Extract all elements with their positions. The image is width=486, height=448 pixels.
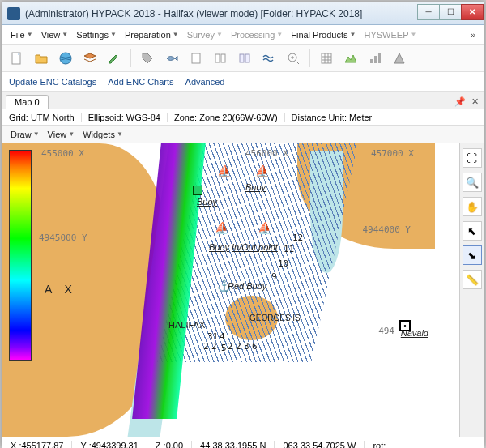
gridlabel-y2: 4944000 Y xyxy=(362,224,411,235)
map-menu-view[interactable]: View▼ xyxy=(45,128,79,141)
tab-map0[interactable]: Map 0 xyxy=(6,95,49,109)
triangle-icon[interactable] xyxy=(390,49,409,68)
minimize-button[interactable]: ─ xyxy=(417,4,440,20)
menu-final-products[interactable]: Final Products▼ xyxy=(288,28,359,41)
menu-settings-label: Settings xyxy=(76,30,109,40)
map-area: 455000 X 456000 X 457000 X 4945000 Y 494… xyxy=(2,143,484,437)
svg-rect-6 xyxy=(245,54,249,62)
sounding-4: 4 xyxy=(220,331,225,342)
map-canvas[interactable]: 455000 X 456000 X 457000 X 4945000 Y 494… xyxy=(2,143,459,437)
gridlabel-x3: 457000 X xyxy=(371,148,414,159)
svg-rect-10 xyxy=(374,56,377,63)
svg-rect-4 xyxy=(221,54,225,62)
menu-overflow-icon[interactable]: » xyxy=(467,30,479,40)
main-toolbar xyxy=(2,45,484,72)
sounding-2: 2 xyxy=(211,341,217,352)
sounding-5: 5 xyxy=(221,343,227,353)
gridlabel-494: 494 xyxy=(378,326,394,336)
menu-file[interactable]: File▼ xyxy=(7,28,36,41)
status-y: Y :4943399.31 xyxy=(72,441,147,449)
status-x: X :455177.87 xyxy=(2,441,72,449)
menu-view[interactable]: View▼ xyxy=(38,28,72,41)
distance-unit-info: Distance Unit: Meter xyxy=(285,113,379,122)
status-rot: rot: xyxy=(364,441,394,449)
search-plus-icon[interactable] xyxy=(284,49,303,68)
book-icon[interactable] xyxy=(211,49,230,68)
svg-rect-8 xyxy=(322,53,331,63)
tool-pointer-icon[interactable]: ⬉ xyxy=(463,221,482,241)
new-icon[interactable] xyxy=(7,49,27,68)
vessel-icon: ⛵ xyxy=(215,221,228,234)
page-icon[interactable] xyxy=(186,49,206,68)
map-menu-draw[interactable]: Draw▼ xyxy=(7,128,43,141)
gridlabel-x2: 456000 X xyxy=(245,148,288,159)
waypoint-9: 9 xyxy=(271,271,277,282)
gridlabel-y1: 4945000 Y xyxy=(39,233,87,243)
maximize-button[interactable]: ☐ xyxy=(439,4,462,20)
menu-hysweep: HYSWEEP▼ xyxy=(360,28,420,41)
terrain-icon[interactable] xyxy=(341,49,360,68)
tag-icon[interactable] xyxy=(138,49,157,68)
tool-extents-icon[interactable]: ⛶ xyxy=(463,148,482,168)
vessel-icon: ⛵ xyxy=(255,164,269,177)
label-inout: In/Out point xyxy=(232,242,278,252)
tool-zoom-icon[interactable]: 🔍 xyxy=(463,173,482,192)
chart-icon[interactable] xyxy=(365,49,385,68)
menu-preparation-label: Preparation xyxy=(125,30,171,40)
tool-pan-icon[interactable]: ✋ xyxy=(463,197,482,216)
edit-icon[interactable] xyxy=(104,49,124,68)
svg-rect-9 xyxy=(370,59,373,63)
link-add-enc[interactable]: Add ENC Charts xyxy=(108,77,173,87)
sounding-2: 2 xyxy=(228,341,233,352)
label-halifax: HALIFAX xyxy=(168,320,205,330)
sounding-2: 2 xyxy=(203,341,209,352)
layers-icon[interactable] xyxy=(80,49,100,68)
tool-measure-icon[interactable]: 📏 xyxy=(463,270,482,289)
label-navaid: Navaid xyxy=(401,328,428,338)
sounding-6: 6 xyxy=(252,341,258,352)
map-menubar: Draw▼ View▼ Widgets▼ xyxy=(2,126,484,143)
vessel-icon: ⛵ xyxy=(217,164,231,177)
globe-icon[interactable] xyxy=(56,49,75,68)
svg-rect-3 xyxy=(215,54,220,62)
separator xyxy=(309,49,310,67)
grid-icon[interactable] xyxy=(317,49,336,68)
menu-settings[interactable]: Settings▼ xyxy=(73,28,120,41)
label-buoy: Buoy xyxy=(209,242,229,252)
close-button[interactable]: ✕ xyxy=(461,4,484,20)
enc-linkbar: Update ENC Catalogs Add ENC Charts Advan… xyxy=(2,72,484,92)
link-update-enc[interactable]: Update ENC Catalogs xyxy=(9,77,96,87)
pin-icon[interactable]: 📌 xyxy=(454,96,466,107)
tool-select-icon[interactable]: ⬊ xyxy=(463,245,482,265)
fish-icon[interactable] xyxy=(162,49,181,68)
waypoint-10: 10 xyxy=(278,258,288,269)
menu-file-label: File xyxy=(11,30,25,40)
link-advanced[interactable]: Advanced xyxy=(185,77,225,87)
menu-survey-label: Survey xyxy=(187,30,215,40)
status-z: Z :0.00 xyxy=(147,441,192,449)
catalog-icon[interactable] xyxy=(235,49,254,68)
svg-rect-2 xyxy=(192,53,200,63)
waves-icon[interactable] xyxy=(259,49,279,68)
label-red-buoy: Red Buoy xyxy=(228,281,266,291)
waypoint-12: 12 xyxy=(292,233,303,243)
window-title: (Administrator) HYPACK 2018 - Halifax (v… xyxy=(25,8,418,19)
depth-colorbar[interactable] xyxy=(9,150,32,361)
map-menu-widgets[interactable]: Widgets▼ xyxy=(79,128,126,141)
status-lon: 063 33 54.7025 W xyxy=(275,441,364,449)
menu-processing-label: Processing xyxy=(231,30,275,40)
separator xyxy=(130,49,131,67)
menu-final-label: Final Products xyxy=(291,30,347,40)
app-icon xyxy=(7,7,20,20)
svg-rect-5 xyxy=(240,54,244,62)
label-georges: GEORGES IS xyxy=(249,314,301,322)
ellipsoid-info: Ellipsoid: WGS-84 xyxy=(82,113,168,122)
label-buoy: Buoy xyxy=(245,182,266,192)
tab-close-icon[interactable]: ✕ xyxy=(469,96,480,107)
open-folder-icon[interactable] xyxy=(32,49,51,68)
buoy-marker xyxy=(193,186,202,195)
menu-preparation[interactable]: Preparation▼ xyxy=(122,28,182,41)
status-lat: 44 38 33.1955 N xyxy=(192,441,275,449)
menu-processing: Processing▼ xyxy=(228,28,286,41)
status-bar: X :455177.87 Y :4943399.31 Z :0.00 44 38… xyxy=(2,437,484,448)
